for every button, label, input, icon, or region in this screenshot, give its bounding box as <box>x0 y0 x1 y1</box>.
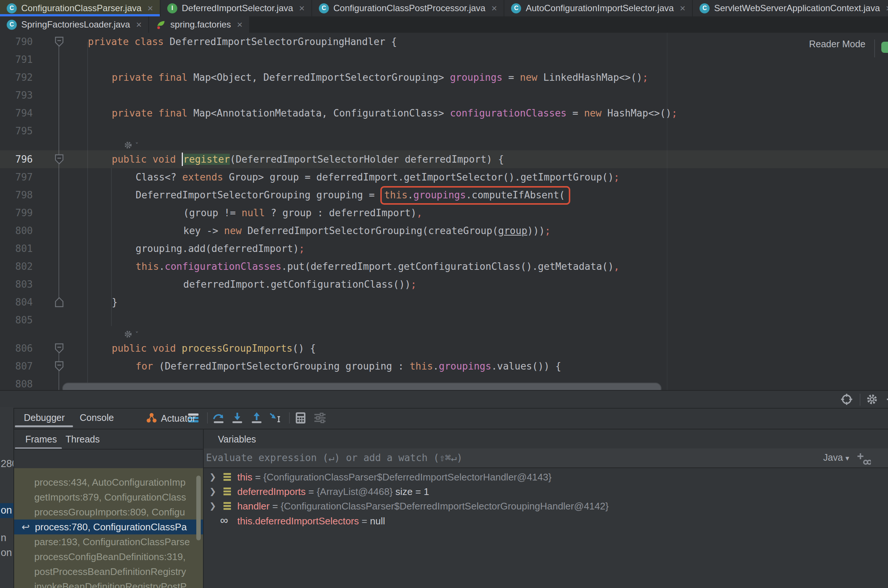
language-selector[interactable]: Java ▾ <box>823 452 849 463</box>
class-file-icon: C <box>7 20 17 30</box>
step-out-icon[interactable] <box>250 412 263 424</box>
debug-tab-actuator[interactable]: Actuator <box>146 412 196 424</box>
code-token: for <box>135 361 153 372</box>
close-icon[interactable]: × <box>299 3 305 14</box>
code-line-806[interactable]: 806public void processGroupImports() { <box>0 339 888 357</box>
watch-row[interactable]: ∞this.deferredImportSelectors = null <box>204 514 888 528</box>
tab-label: ServletWebServerApplicationContext.java <box>714 3 880 14</box>
frames-list[interactable]: process:434, AutoConfigurationImpgetImpo… <box>14 468 203 588</box>
stack-frame-row[interactable]: processGroupImports:809, Configu <box>14 505 203 519</box>
variable-row[interactable]: ❯this = {ConfigurationClassParser$Deferr… <box>204 470 888 484</box>
close-icon[interactable]: × <box>491 3 497 14</box>
step-into-icon[interactable] <box>231 412 244 424</box>
watch-glasses-icon: ∞ <box>220 513 228 528</box>
code-editor[interactable]: 790private class DeferredImportSelectorG… <box>0 33 888 407</box>
code-text: DeferredImportSelectorGrouping grouping … <box>135 186 570 204</box>
add-watch-icon[interactable] <box>856 452 871 466</box>
close-icon[interactable]: × <box>886 3 888 14</box>
code-line-801[interactable]: 801grouping.add(deferredImport); <box>0 240 888 258</box>
code-token: .put(deferredImport.getConfigurationClas… <box>281 261 614 272</box>
editor-tab-bar-row1: CConfigurationClassParser.java×IDeferred… <box>0 0 888 16</box>
code-token: ; <box>643 72 649 83</box>
code-line-791[interactable]: 791 <box>0 51 888 69</box>
fold-marker-icon[interactable] <box>55 154 64 165</box>
line-number: 795 <box>0 122 33 140</box>
code-vision-inlay[interactable]: ˇ <box>123 329 139 339</box>
evaluate-expression-icon[interactable] <box>294 412 307 424</box>
stack-frame-row[interactable]: processConfigBeanDefinitions:319, <box>14 549 203 564</box>
code-token: key -> <box>183 225 224 236</box>
code-line-807[interactable]: 807for (DeferredImportSelectorGrouping g… <box>0 357 888 375</box>
fold-marker-icon[interactable] <box>55 343 64 354</box>
stack-frame-row[interactable]: parse:193, ConfigurationClassParse <box>14 534 203 549</box>
code-line-799[interactable]: 799(group != null ? group : deferredImpo… <box>0 204 888 222</box>
code-token: ; <box>411 279 417 290</box>
code-line-798[interactable]: 798DeferredImportSelectorGrouping groupi… <box>0 186 888 204</box>
value-icon <box>223 473 231 481</box>
settings-gear-icon[interactable] <box>865 393 878 406</box>
active-tab-underline <box>15 425 73 427</box>
expand-chevron-icon[interactable]: ❯ <box>209 484 216 499</box>
editor-tab-ConfigurationClassParser.java[interactable]: CConfigurationClassParser.java× <box>0 0 160 16</box>
code-line-805[interactable]: 805 <box>0 311 888 329</box>
code-vision-inlay[interactable]: ˇ <box>123 140 139 150</box>
frames-scrollbar[interactable] <box>196 476 201 540</box>
editor-tab-SpringFactoriesLoader.java[interactable]: CSpringFactoriesLoader.java× <box>0 16 148 33</box>
spring-run-icon[interactable] <box>881 42 888 53</box>
variable-row[interactable]: ❯deferredImports = {ArrayList@4468} size… <box>204 484 888 499</box>
step-over-icon[interactable] <box>212 412 225 424</box>
stack-frame-row[interactable]: invokeBeanDefinitionRegistryPostP <box>14 579 203 588</box>
editor-tab-AutoConfigurationImportSelector.java[interactable]: CAutoConfigurationImportSelector.java× <box>504 0 692 16</box>
code-token: (DeferredImportSelectorHolder deferredIm… <box>230 154 504 165</box>
fold-marker-icon[interactable] <box>55 361 64 371</box>
line-number: 803 <box>0 275 33 293</box>
run-to-cursor-icon[interactable] <box>269 412 281 424</box>
editor-tab-spring.factories[interactable]: spring.factories× <box>149 16 249 33</box>
close-icon[interactable]: × <box>680 3 685 14</box>
subtab-frames[interactable]: Frames <box>25 434 57 445</box>
expand-chevron-icon[interactable]: ❯ <box>209 470 216 484</box>
ide-window: CConfigurationClassParser.java×IDeferred… <box>0 0 888 588</box>
fold-marker-icon[interactable] <box>55 297 64 308</box>
code-token: DeferredImportSelectorGrouping(createGro… <box>242 225 498 236</box>
code-line-793[interactable]: 793 <box>0 86 888 104</box>
editor-tab-DeferredImportSelector.java[interactable]: IDeferredImportSelector.java× <box>161 0 312 16</box>
close-icon[interactable]: × <box>237 19 242 30</box>
code-line-796[interactable]: 796public void register(DeferredImportSe… <box>0 150 888 168</box>
editor-tab-ConfigurationClassPostProcessor.java[interactable]: CConfigurationClassPostProcessor.java× <box>312 0 504 16</box>
evaluate-expression-input[interactable]: Evaluate expression (↵) or add a watch (… <box>204 448 888 468</box>
code-line-802[interactable]: 802this.configurationClasses.put(deferre… <box>0 258 888 275</box>
code-token: (DeferredImportSelectorGrouping grouping… <box>153 361 410 372</box>
code-line-804[interactable]: 804} <box>0 293 888 311</box>
reader-mode-button[interactable]: Reader Mode <box>809 39 865 50</box>
code-line-795[interactable]: 795 <box>0 122 888 140</box>
stack-frame-row[interactable]: ↩process:780, ConfigurationClassPa <box>14 519 203 534</box>
code-token: private class <box>88 36 170 47</box>
editor-tab-ServletWebServerApplicationContext.java[interactable]: CServletWebServerApplicationContext.java… <box>693 0 888 16</box>
fold-marker-icon[interactable] <box>55 36 64 47</box>
code-line-794[interactable]: 794private final Map<AnnotationMetadata,… <box>0 104 888 122</box>
stack-frame-row[interactable]: process:434, AutoConfigurationImp <box>14 475 203 490</box>
code-token: group <box>498 225 527 236</box>
stack-frame-row[interactable]: postProcessBeanDefinitionRegistry <box>14 564 203 579</box>
code-line-797[interactable]: 797Class<? extends Group> group = deferr… <box>0 168 888 186</box>
minimize-icon[interactable] <box>883 393 888 406</box>
code-token: (group != <box>183 207 242 219</box>
debug-tab-debugger[interactable]: Debugger <box>24 412 65 423</box>
code-line-800[interactable]: 800key -> new DeferredImportSelectorGrou… <box>0 222 888 240</box>
code-line-790[interactable]: 790private class DeferredImportSelectorG… <box>0 33 888 51</box>
settings-sliders-icon[interactable] <box>314 412 326 424</box>
close-icon[interactable]: × <box>136 19 141 30</box>
stack-frame-row[interactable]: getImports:879, ConfigurationClass <box>14 490 203 505</box>
variable-row[interactable]: ❯handler = {ConfigurationClassParser$Def… <box>204 499 888 514</box>
hide-frames-crosshair-icon[interactable] <box>840 393 853 406</box>
annotation-highlight-box: this.groupings.computeIfAbsent( <box>380 186 570 205</box>
expand-chevron-icon[interactable]: ❯ <box>209 499 216 514</box>
debug-tab-console[interactable]: Console <box>80 412 114 423</box>
toolbar-separator <box>860 394 861 406</box>
code-line-792[interactable]: 792private final Map<Object, DeferredImp… <box>0 69 888 86</box>
line-number: 793 <box>0 86 33 104</box>
code-line-803[interactable]: 803deferredImport.getConfigurationClass(… <box>0 275 888 293</box>
subtab-threads[interactable]: Threads <box>66 434 100 445</box>
close-icon[interactable]: × <box>147 3 153 14</box>
